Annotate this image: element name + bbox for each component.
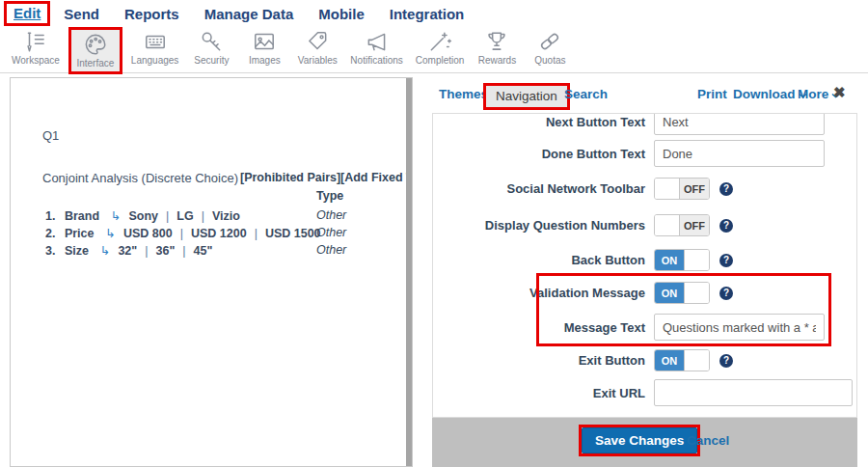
add-fixed-tasks-link[interactable]: [Add Fixed Tasks] [340,171,413,184]
level-separator: | [255,227,258,240]
field-label: Exit Button [433,353,645,368]
attribute-row: 3. Size ↳ 32"|36"|45" [45,243,212,258]
annotation-box-interface: Interface [68,27,122,74]
attribute-name[interactable]: Brand [65,209,99,223]
display-question-numbers-toggle[interactable]: OFF [654,214,710,236]
type-column-header: Type [316,189,343,203]
level-separator: | [180,227,183,240]
attribute-name[interactable]: Price [65,227,95,240]
attribute-row: 1. Brand ↳ Sony|LG|Vizio [45,208,240,223]
toolbar-item-images[interactable]: Images [240,27,288,69]
exit-url-input[interactable] [654,379,853,406]
toggle-state-label: OFF [680,179,709,199]
level-separator: | [145,244,148,258]
form-row-display-question-numbers: Display Question Numbers OFF ? [433,214,856,236]
interface-icon [83,32,108,57]
row-index: 1. [45,209,55,223]
variables-icon [305,29,330,54]
toolbar-item-label: Interface [76,58,114,69]
navigation-settings-form: Next Button Text Done Button Text Social… [432,113,857,418]
toolbar-item-interface[interactable]: Interface [71,30,120,71]
toggle-knob [684,350,709,371]
help-icon[interactable]: ? [719,354,733,368]
nav-item-reports[interactable]: Reports [124,6,179,22]
level-separator: | [202,209,204,223]
next-button-text-input[interactable] [654,113,825,135]
nav-item-edit[interactable]: Edit [14,5,41,21]
field-label: Done Button Text [433,147,645,161]
validation-message-toggle[interactable]: ON [654,282,710,304]
help-icon[interactable]: ? [719,287,733,300]
prohibited-pairs-link[interactable]: [Prohibited Pairs] [240,171,340,184]
level-value: 45" [194,244,213,258]
toolbar-item-workspace[interactable]: Workspace [8,27,64,69]
toolbar-item-notifications[interactable]: Notifications [346,27,406,69]
survey-preview-panel: Q1 Conjoint Analysis (Discrete Choice) [… [10,77,413,467]
toolbar-item-label: Rewards [478,55,516,66]
toolbar-item-quotas[interactable]: Quotas [526,27,574,69]
form-row-social-network-toolbar: Social Network Toolbar OFF ? [433,178,856,200]
form-row-done-button-text: Done Button Text [433,140,856,167]
field-label: Message Text [433,320,645,335]
back-button-toggle[interactable]: ON [654,249,710,271]
toolbar-item-variables[interactable]: Variables [293,27,341,69]
edit-toolbar: Workspace Interface Languages Security [0,27,868,73]
rewards-icon [484,29,509,54]
form-row-exit-url: Exit URL [433,379,856,406]
field-label: Next Button Text [433,115,645,129]
toggle-state-label: ON [655,283,684,303]
toggle-knob [684,250,709,270]
level-value: LG [176,209,193,223]
help-icon[interactable]: ? [719,254,733,267]
nav-item-integration[interactable]: Integration [390,6,465,22]
completion-icon [427,29,452,54]
toggle-knob [655,179,680,199]
attribute-name[interactable]: Size [65,244,89,258]
help-icon[interactable]: ? [719,219,733,233]
nav-item-manage-data[interactable]: Manage Data [204,6,294,22]
row-type: Other [316,226,346,239]
toolbar-item-label: Quotas [534,55,565,66]
level-arrow-icon: ↳ [99,244,109,258]
toggle-state-label: ON [655,250,684,270]
level-value: Sony [129,209,159,223]
level-arrow-icon: ↳ [105,227,115,240]
toolbar-item-label: Security [194,55,229,66]
save-changes-button[interactable]: Save Changes [582,427,697,453]
print-link[interactable]: Print [697,87,727,101]
row-type: Other [316,243,346,257]
annotation-box-save: Save Changes [579,425,700,456]
nav-item-mobile[interactable]: Mobile [318,6,365,22]
form-row-validation-message: Validation Message ON ? [433,282,856,304]
nav-item-send[interactable]: Send [64,6,99,22]
close-icon[interactable]: ✖ [833,84,846,101]
form-row-exit-button: Exit Button ON ? [433,349,856,371]
message-text-input[interactable] [654,314,825,341]
toggle-knob [655,215,680,235]
panel-footer: Save Changes Cancel [432,418,857,467]
done-button-text-input[interactable] [654,140,825,167]
level-arrow-icon: ↳ [111,209,121,223]
toolbar-item-languages[interactable]: Languages [127,27,183,69]
level-separator: | [182,244,185,258]
social-network-toolbar-toggle[interactable]: OFF [654,178,710,200]
toolbar-item-completion[interactable]: Completion [412,27,469,69]
notifications-icon [365,29,390,54]
toggle-knob [684,283,709,303]
tab-navigation[interactable]: Navigation [486,86,567,107]
tab-themes[interactable]: Themes [439,87,488,101]
settings-tabs: Themes Navigation Search Print Download … [432,82,857,111]
preview-scrollbar[interactable] [406,78,412,466]
toolbar-item-rewards[interactable]: Rewards [473,27,521,69]
question-title: Conjoint Analysis (Discrete Choice) [42,171,238,185]
languages-icon [143,29,168,54]
question-number: Q1 [42,128,59,143]
tab-search[interactable]: Search [564,87,608,101]
toolbar-item-security[interactable]: Security [187,27,235,69]
download-link[interactable]: Download [733,87,807,101]
exit-button-toggle[interactable]: ON [654,349,710,371]
help-icon[interactable]: ? [719,182,733,196]
level-value: USD 800 [123,227,173,240]
form-row-message-text: Message Text [433,314,856,341]
cancel-link[interactable]: Cancel [687,433,729,448]
